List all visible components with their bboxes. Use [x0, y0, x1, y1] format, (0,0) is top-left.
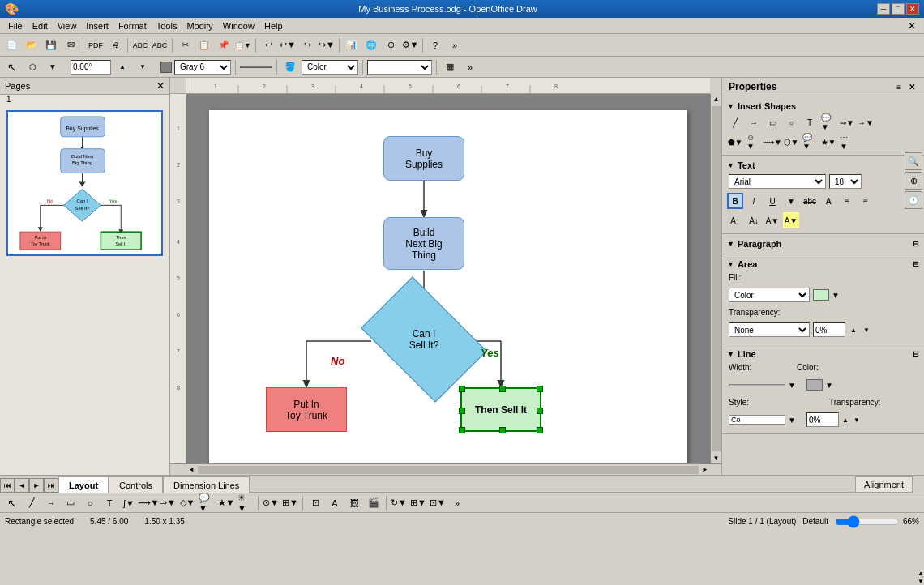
handle-ml[interactable]: [459, 408, 465, 414]
star-tool[interactable]: ★▼: [820, 134, 836, 150]
text-box-tool[interactable]: ⊡: [306, 494, 324, 512]
save-button[interactable]: 💾: [42, 36, 60, 54]
line-style-select[interactable]: Gray 6: [174, 60, 231, 75]
pages-close-button[interactable]: ✕: [156, 80, 165, 92]
web-button[interactable]: 🌐: [362, 36, 380, 54]
canvas-scroll[interactable]: BuySupplies BuildNext BigThing Can ISell…: [186, 94, 710, 463]
line-color-swatch2[interactable]: [806, 379, 823, 391]
oval-tool[interactable]: ○: [783, 114, 799, 130]
block-arrows-tool[interactable]: ⇒▼: [159, 494, 177, 512]
area-section-header[interactable]: ▼ Area ⊟: [722, 258, 924, 271]
scrollbar-vertical[interactable]: ▲ ▼: [710, 94, 721, 463]
trans-down[interactable]: ▼: [862, 322, 871, 338]
line-trans-down[interactable]: ▼: [852, 412, 862, 428]
side-icon-1[interactable]: 🔍: [905, 152, 922, 170]
new-button[interactable]: 📄: [3, 36, 21, 54]
arrow-right-tool[interactable]: →▼: [858, 114, 874, 130]
scrollbar-horizontal[interactable]: ◄ ►: [186, 464, 710, 475]
copy-button[interactable]: 📋: [195, 36, 213, 54]
handle-bl[interactable]: [459, 427, 465, 433]
handle-tm[interactable]: [499, 386, 506, 392]
fill-type-select[interactable]: Color: [729, 288, 810, 302]
cut-button[interactable]: ✂: [176, 36, 194, 54]
effects-tool[interactable]: ☀▼: [237, 494, 255, 512]
arrow-tool[interactable]: →: [746, 114, 762, 130]
menu-view[interactable]: View: [53, 19, 82, 32]
scroll-thumb-v[interactable]: [712, 106, 721, 451]
help-button[interactable]: ?: [426, 36, 444, 54]
nav-next-button[interactable]: ►: [29, 478, 44, 493]
connector-draw-tool[interactable]: ⟿▼: [139, 494, 157, 512]
italic-button[interactable]: I: [746, 193, 762, 209]
text-align-left[interactable]: ≡: [839, 193, 855, 209]
text-section-header[interactable]: ▼ Text ⊟: [722, 159, 924, 172]
nav-last-button[interactable]: ⏭: [44, 478, 58, 493]
toolbar2-extend[interactable]: »: [461, 58, 479, 76]
scroll-up-button[interactable]: ▲: [712, 94, 721, 105]
strikethrough-button[interactable]: abc: [802, 193, 818, 209]
close-button[interactable]: ✕: [906, 3, 919, 15]
line-arrow[interactable]: ▼: [44, 58, 62, 76]
open-button[interactable]: 📂: [23, 36, 41, 54]
handle-tr[interactable]: [537, 386, 543, 392]
print-button[interactable]: 🖨: [106, 36, 124, 54]
shadow-button[interactable]: A: [820, 193, 836, 209]
insert-shapes-header[interactable]: ▼ Insert Shapes: [722, 100, 924, 113]
text-draw-tool[interactable]: T: [101, 494, 118, 512]
minimize-button[interactable]: ─: [877, 3, 890, 15]
page-thumbnail[interactable]: Buy Supplies Build Next Big Thing Can I …: [6, 110, 163, 256]
text-align-center[interactable]: ≡: [858, 193, 874, 209]
line-draw-tool[interactable]: ╱: [23, 494, 41, 512]
undo-button[interactable]: ↩: [259, 36, 277, 54]
text-tool[interactable]: T: [802, 114, 818, 130]
rect-draw-tool[interactable]: ▭: [62, 494, 79, 512]
side-icon-2[interactable]: ⊕: [905, 172, 922, 190]
line-collapse[interactable]: ⊟: [913, 350, 919, 358]
color-bucket[interactable]: 🪣: [281, 58, 299, 76]
then-sell-it-shape[interactable]: Then Sell It: [460, 387, 541, 432]
para-collapse[interactable]: ⊟: [913, 240, 919, 248]
callout-tool[interactable]: 💬▼: [820, 114, 836, 130]
polygon-tool[interactable]: ⬟▼: [727, 134, 743, 150]
handle-tl[interactable]: [459, 386, 465, 392]
put-in-toy-trunk-shape[interactable]: Put InToy Trunk: [266, 387, 347, 432]
line-trans-input[interactable]: [806, 412, 839, 427]
display-mode[interactable]: ▦: [441, 58, 459, 76]
point-edit-tool[interactable]: ⊙▼: [262, 494, 280, 512]
email-button[interactable]: ✉: [62, 36, 79, 54]
connector-tool[interactable]: ⟿▼: [764, 134, 781, 150]
props-close-button[interactable]: ✕: [906, 82, 918, 92]
arrow-select-tool[interactable]: ↖: [3, 494, 21, 512]
line-section-header[interactable]: ▼ Line ⊟: [722, 348, 924, 361]
menu-help[interactable]: Help: [259, 19, 288, 32]
redo-list[interactable]: ↪▼: [318, 36, 336, 54]
maximize-button[interactable]: □: [892, 3, 905, 15]
arrow-draw-tool[interactable]: →: [42, 494, 60, 512]
menu-edit[interactable]: Edit: [28, 19, 53, 32]
handle-br[interactable]: [537, 427, 543, 433]
paste-button[interactable]: 📌: [215, 36, 233, 54]
fontwork-tool[interactable]: A: [326, 494, 344, 512]
menu-tools[interactable]: Tools: [152, 19, 182, 32]
build-next-shape[interactable]: BuildNext BigThing: [383, 217, 464, 270]
more-shapes[interactable]: ⋯▼: [839, 134, 855, 150]
glue-point-tool[interactable]: ⊞▼: [281, 494, 299, 512]
menu-file[interactable]: File: [3, 19, 28, 32]
toolbar-extend[interactable]: »: [446, 36, 464, 54]
transparency-type-select[interactable]: None: [729, 322, 810, 337]
flowchart-tool[interactable]: ⬡▼: [783, 134, 799, 150]
increase-font[interactable]: A↑: [727, 212, 743, 228]
menu-modify[interactable]: Modify: [182, 19, 217, 32]
chart-button[interactable]: 📊: [343, 36, 361, 54]
side-icon-3[interactable]: 🕐: [905, 191, 922, 209]
fill-color-arrow[interactable]: ▼: [831, 287, 841, 303]
redo-button[interactable]: ↪: [298, 36, 316, 54]
spell-button[interactable]: ABC: [131, 36, 149, 54]
line-trans-up[interactable]: ▲: [841, 412, 850, 428]
tab-layout[interactable]: Layout: [58, 476, 109, 493]
can-i-sell-shape[interactable]: Can ISell It?: [371, 303, 477, 376]
color-mode-select[interactable]: Color: [302, 60, 358, 75]
fill-color-swatch[interactable]: [813, 289, 829, 301]
image-tool[interactable]: 🖼: [345, 494, 363, 512]
draw-toolbar-extend[interactable]: »: [448, 494, 466, 512]
